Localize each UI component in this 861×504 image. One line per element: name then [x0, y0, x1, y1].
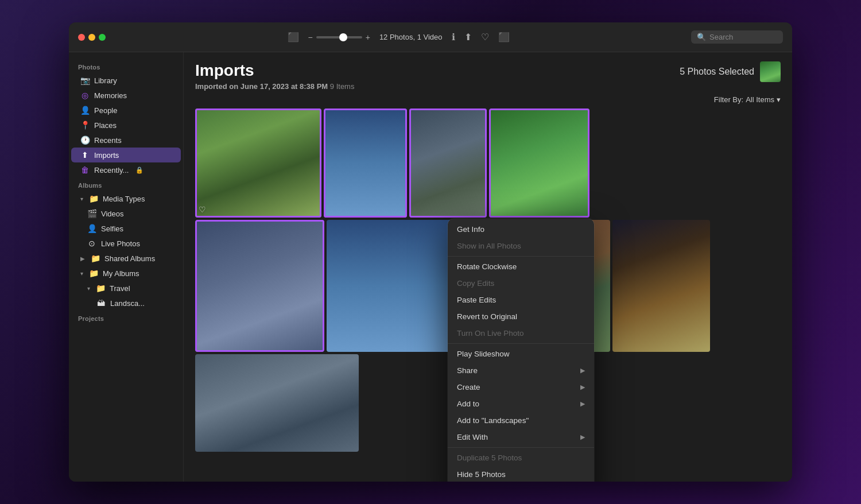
import-date: Imported on June 17, 2023 at 8:38 PM [195, 82, 328, 91]
minimize-button[interactable] [88, 34, 95, 41]
zoom-control[interactable]: − + [308, 33, 370, 42]
sidebar-item-media-types-label: Media Types [103, 195, 145, 203]
ctx-item-label: Edit With [457, 433, 488, 441]
sidebar-item-recents[interactable]: 🕐 Recents [71, 133, 181, 148]
sidebar-item-my-albums[interactable]: ▾ 📁 My Albums [71, 266, 181, 281]
my-albums-chevron: ▾ [80, 270, 83, 277]
photos-section-label: Photos [69, 59, 183, 73]
ctx-item-label: Duplicate 5 Photos [457, 453, 522, 462]
selected-count: 5 Photos Selected [680, 67, 754, 77]
ctx-separator [448, 343, 594, 344]
ctx-item-label: Show in All Photos [457, 242, 521, 250]
projects-section-label: Projects [69, 311, 183, 324]
photo-cell[interactable] [195, 220, 324, 352]
ctx-item-label: Hide 5 Photos [457, 470, 506, 479]
sidebar-item-imports-label: Imports [94, 151, 119, 160]
photo-row-1: ♡ [195, 108, 781, 218]
ctx-item-label: Get Info [457, 225, 484, 234]
sidebar-item-media-types[interactable]: ▾ 📁 Media Types [71, 191, 181, 206]
sidebar-item-selfies[interactable]: 👤 Selfies [71, 221, 181, 236]
photo-cell[interactable] [324, 108, 407, 218]
favorite-button[interactable]: ♡ [481, 32, 489, 42]
slideshow-icon[interactable]: ⬛ [288, 32, 299, 42]
heart-icon: ♡ [199, 205, 206, 214]
ctx-hide-photos[interactable]: Hide 5 Photos [448, 466, 594, 482]
ctx-edit-with[interactable]: Edit With ▶ [448, 429, 594, 445]
submenu-arrow-icon: ▶ [580, 367, 585, 374]
selfies-icon: 👤 [87, 224, 96, 233]
ctx-item-label: Play Slideshow [457, 350, 510, 358]
info-button[interactable]: ℹ [452, 32, 455, 42]
content-subtitle: Imported on June 17, 2023 at 8:38 PM 9 I… [195, 82, 354, 91]
ctx-separator [448, 256, 594, 257]
ctx-rotate-clockwise[interactable]: Rotate Clockwise [448, 258, 594, 275]
sidebar-item-recents-label: Recents [94, 136, 122, 145]
ctx-item-label: Rotate Clockwise [457, 262, 517, 271]
sidebar-item-places[interactable]: 📍 Places [71, 118, 181, 133]
recents-icon: 🕐 [80, 135, 90, 145]
maximize-button[interactable] [99, 34, 106, 41]
shared-albums-chevron: ▶ [80, 255, 85, 262]
ctx-create[interactable]: Create ▶ [448, 379, 594, 396]
close-button[interactable] [78, 34, 85, 41]
zoom-slider-thumb[interactable] [339, 33, 347, 41]
search-placeholder: Search [709, 33, 733, 41]
ctx-play-slideshow[interactable]: Play Slideshow [448, 346, 594, 362]
ctx-item-label: Create [457, 383, 480, 391]
search-box[interactable]: 🔍 Search [691, 30, 783, 44]
photo-cell[interactable] [409, 108, 487, 218]
landscapes-icon: 🏔 [96, 298, 106, 308]
sidebar-item-memories[interactable]: ◎ Memories [71, 88, 181, 103]
ctx-add-to[interactable]: Add to ▶ [448, 396, 594, 412]
zoom-slider-track[interactable] [316, 36, 362, 38]
filter-value: All Items [746, 95, 774, 104]
sidebar-item-landscapes-label: Landsca... [110, 299, 145, 308]
sidebar-item-recently-label: Recently... [94, 166, 129, 175]
sidebar-item-people[interactable]: 👤 People [71, 103, 181, 118]
media-types-icon: 📁 [89, 194, 98, 203]
live-photos-icon: ⊙ [87, 239, 96, 248]
ctx-turn-on-live-photo: Turn On Live Photo [448, 325, 594, 342]
sidebar-item-travel[interactable]: ▾ 📁 Travel [71, 281, 181, 296]
ctx-share[interactable]: Share ▶ [448, 362, 594, 379]
shared-albums-icon: 📁 [91, 254, 100, 263]
photo-cell[interactable] [195, 354, 359, 452]
submenu-arrow-icon: ▶ [580, 383, 585, 391]
ctx-revert-to-original[interactable]: Revert to Original [448, 308, 594, 325]
albums-section-label: Albums [69, 177, 183, 191]
sidebar-item-videos[interactable]: 🎬 Videos [71, 206, 181, 221]
ctx-paste-edits[interactable]: Paste Edits [448, 292, 594, 308]
ctx-add-to-landscapes[interactable]: Add to "Landscapes" [448, 412, 594, 429]
zoom-minus[interactable]: − [308, 33, 313, 42]
sidebar-item-imports[interactable]: ⬆ Imports [71, 148, 181, 162]
sidebar-item-videos-label: Videos [101, 210, 124, 218]
zoom-plus[interactable]: + [366, 33, 370, 42]
recently-icon: 🗑 [80, 165, 90, 175]
photo-cell[interactable] [489, 108, 589, 218]
submenu-arrow-icon: ▶ [580, 400, 585, 408]
sidebar-item-travel-label: Travel [110, 284, 130, 293]
imports-icon: ⬆ [80, 150, 90, 160]
sidebar-item-recently[interactable]: 🗑 Recently... 🔒 [71, 162, 181, 177]
ctx-item-label: Revert to Original [457, 312, 517, 321]
sidebar-item-library[interactable]: 📷 Library [71, 73, 181, 88]
videos-icon: 🎬 [87, 209, 96, 218]
library-icon: 📷 [80, 76, 90, 85]
share-button[interactable]: ⬆ [464, 32, 472, 42]
sidebar-item-memories-label: Memories [94, 91, 127, 100]
sidebar-item-shared-albums[interactable]: ▶ 📁 Shared Albums [71, 251, 181, 266]
content-header: Imports Imported on June 17, 2023 at 8:3… [184, 52, 792, 95]
sidebar-item-live-photos-label: Live Photos [101, 239, 140, 248]
ctx-show-in-all-photos: Show in All Photos [448, 238, 594, 254]
fullscreen-button[interactable]: ⬛ [498, 32, 510, 42]
sidebar-item-landscapes[interactable]: 🏔 Landsca... [71, 296, 181, 311]
photo-cell[interactable] [612, 220, 710, 352]
travel-icon: 📁 [96, 284, 105, 293]
ctx-item-label: Add to "Landscapes" [457, 416, 529, 425]
ctx-item-label: Paste Edits [457, 296, 496, 304]
photo-cell[interactable]: ♡ [195, 108, 321, 218]
content-area: Imports Imported on June 17, 2023 at 8:3… [184, 52, 792, 482]
ctx-get-info[interactable]: Get Info [448, 221, 594, 238]
sidebar-item-live-photos[interactable]: ⊙ Live Photos [71, 236, 181, 251]
filter-button[interactable]: Filter By: All Items ▾ [714, 95, 781, 104]
